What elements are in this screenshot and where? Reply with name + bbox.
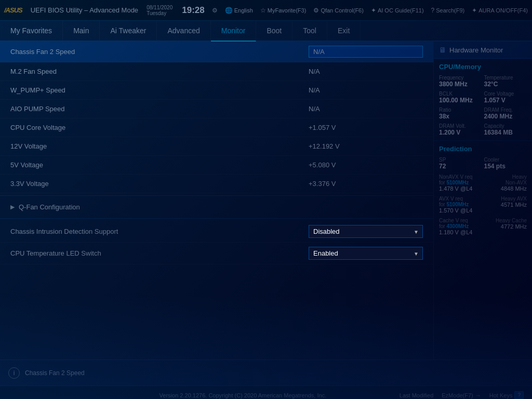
- cpu-temp-led-select[interactable]: Enabled Disabled: [309, 247, 423, 260]
- cpu-temp-led-dropdown-wrapper: Enabled Disabled: [309, 247, 423, 260]
- chassis-intrusion-dropdown-wrapper: Disabled Enabled: [309, 225, 423, 238]
- chassis-intrusion-select[interactable]: Disabled Enabled: [309, 225, 423, 238]
